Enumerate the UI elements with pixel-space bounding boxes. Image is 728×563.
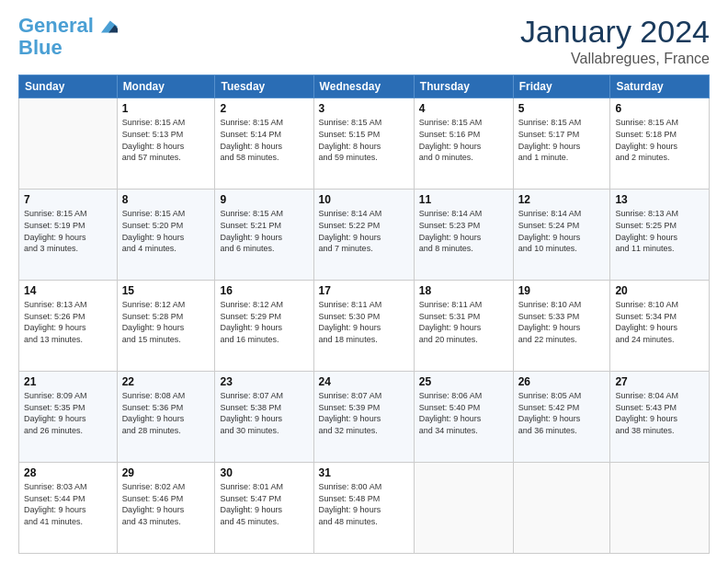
calendar-cell: 28Sunrise: 8:03 AM Sunset: 5:44 PM Dayli… [19, 463, 118, 554]
calendar-week-2: 7Sunrise: 8:15 AM Sunset: 5:19 PM Daylig… [19, 190, 710, 281]
day-info: Sunrise: 8:06 AM Sunset: 5:40 PM Dayligh… [419, 390, 508, 436]
day-info: Sunrise: 8:13 AM Sunset: 5:25 PM Dayligh… [615, 208, 704, 254]
calendar-cell: 15Sunrise: 8:12 AM Sunset: 5:28 PM Dayli… [117, 281, 215, 372]
day-info: Sunrise: 8:15 AM Sunset: 5:14 PM Dayligh… [220, 117, 308, 163]
day-number: 4 [419, 102, 508, 115]
logo: General Blue [18, 15, 118, 59]
calendar-cell [19, 98, 118, 190]
calendar-cell: 24Sunrise: 8:07 AM Sunset: 5:39 PM Dayli… [313, 372, 414, 463]
calendar-cell: 2Sunrise: 8:15 AM Sunset: 5:14 PM Daylig… [215, 98, 313, 190]
day-number: 23 [220, 375, 308, 388]
day-number: 10 [319, 193, 409, 206]
day-number: 22 [122, 375, 210, 388]
day-info: Sunrise: 8:11 AM Sunset: 5:31 PM Dayligh… [419, 299, 508, 345]
calendar-cell: 21Sunrise: 8:09 AM Sunset: 5:35 PM Dayli… [19, 372, 118, 463]
day-info: Sunrise: 8:01 AM Sunset: 5:47 PM Dayligh… [220, 481, 308, 527]
day-number: 2 [220, 102, 308, 115]
calendar-cell: 29Sunrise: 8:02 AM Sunset: 5:46 PM Dayli… [117, 463, 215, 554]
calendar-cell [513, 463, 610, 554]
day-info: Sunrise: 8:03 AM Sunset: 5:44 PM Dayligh… [24, 481, 112, 527]
day-number: 28 [24, 466, 112, 479]
calendar-cell: 27Sunrise: 8:04 AM Sunset: 5:43 PM Dayli… [610, 372, 710, 463]
day-info: Sunrise: 8:10 AM Sunset: 5:33 PM Dayligh… [518, 299, 606, 345]
day-info: Sunrise: 8:14 AM Sunset: 5:24 PM Dayligh… [518, 208, 606, 254]
calendar-subtitle: Vallabregues, France [520, 51, 710, 67]
page: General Blue January 2024 Vallabregues, … [0, 0, 728, 563]
calendar-cell: 30Sunrise: 8:01 AM Sunset: 5:47 PM Dayli… [215, 463, 313, 554]
calendar-cell: 5Sunrise: 8:15 AM Sunset: 5:17 PM Daylig… [513, 98, 610, 190]
col-tuesday: Tuesday [215, 75, 313, 98]
day-info: Sunrise: 8:14 AM Sunset: 5:23 PM Dayligh… [419, 208, 508, 254]
day-info: Sunrise: 8:12 AM Sunset: 5:29 PM Dayligh… [220, 299, 308, 345]
header: General Blue January 2024 Vallabregues, … [18, 15, 710, 67]
calendar-cell: 31Sunrise: 8:00 AM Sunset: 5:48 PM Dayli… [313, 463, 414, 554]
calendar-cell: 20Sunrise: 8:10 AM Sunset: 5:34 PM Dayli… [610, 281, 710, 372]
day-info: Sunrise: 8:13 AM Sunset: 5:26 PM Dayligh… [24, 299, 112, 345]
day-number: 9 [220, 193, 308, 206]
day-number: 1 [122, 102, 210, 115]
calendar-cell: 11Sunrise: 8:14 AM Sunset: 5:23 PM Dayli… [414, 190, 513, 281]
calendar-cell: 13Sunrise: 8:13 AM Sunset: 5:25 PM Dayli… [610, 190, 710, 281]
day-info: Sunrise: 8:00 AM Sunset: 5:48 PM Dayligh… [319, 481, 409, 527]
day-number: 15 [122, 284, 210, 297]
day-info: Sunrise: 8:15 AM Sunset: 5:15 PM Dayligh… [319, 117, 409, 163]
col-saturday: Saturday [610, 75, 710, 98]
calendar-cell: 1Sunrise: 8:15 AM Sunset: 5:13 PM Daylig… [117, 98, 215, 190]
calendar-cell [610, 463, 710, 554]
day-info: Sunrise: 8:12 AM Sunset: 5:28 PM Dayligh… [122, 299, 210, 345]
day-number: 27 [615, 375, 704, 388]
day-info: Sunrise: 8:08 AM Sunset: 5:36 PM Dayligh… [122, 390, 210, 436]
calendar-cell: 6Sunrise: 8:15 AM Sunset: 5:18 PM Daylig… [610, 98, 710, 190]
day-info: Sunrise: 8:15 AM Sunset: 5:16 PM Dayligh… [419, 117, 508, 163]
calendar-week-5: 28Sunrise: 8:03 AM Sunset: 5:44 PM Dayli… [19, 463, 710, 554]
day-number: 8 [122, 193, 210, 206]
day-number: 24 [319, 375, 409, 388]
calendar-table: Sunday Monday Tuesday Wednesday Thursday… [18, 75, 710, 554]
calendar-cell: 22Sunrise: 8:08 AM Sunset: 5:36 PM Dayli… [117, 372, 215, 463]
day-number: 30 [220, 466, 308, 479]
calendar-week-3: 14Sunrise: 8:13 AM Sunset: 5:26 PM Dayli… [19, 281, 710, 372]
col-friday: Friday [513, 75, 610, 98]
calendar-week-1: 1Sunrise: 8:15 AM Sunset: 5:13 PM Daylig… [19, 98, 710, 190]
day-number: 29 [122, 466, 210, 479]
col-monday: Monday [117, 75, 215, 98]
calendar-cell: 3Sunrise: 8:15 AM Sunset: 5:15 PM Daylig… [313, 98, 414, 190]
day-info: Sunrise: 8:10 AM Sunset: 5:34 PM Dayligh… [615, 299, 704, 345]
header-row: Sunday Monday Tuesday Wednesday Thursday… [19, 75, 710, 98]
day-number: 31 [319, 466, 409, 479]
calendar-cell: 12Sunrise: 8:14 AM Sunset: 5:24 PM Dayli… [513, 190, 610, 281]
day-number: 17 [319, 284, 409, 297]
day-info: Sunrise: 8:15 AM Sunset: 5:20 PM Dayligh… [122, 208, 210, 254]
day-info: Sunrise: 8:15 AM Sunset: 5:17 PM Dayligh… [518, 117, 606, 163]
day-number: 6 [615, 102, 704, 115]
logo-blue: Blue [18, 37, 63, 59]
day-number: 20 [615, 284, 704, 297]
col-thursday: Thursday [414, 75, 513, 98]
logo-text: General [18, 15, 118, 37]
day-info: Sunrise: 8:15 AM Sunset: 5:19 PM Dayligh… [24, 208, 112, 254]
day-number: 3 [319, 102, 409, 115]
calendar-cell: 19Sunrise: 8:10 AM Sunset: 5:33 PM Dayli… [513, 281, 610, 372]
day-info: Sunrise: 8:15 AM Sunset: 5:21 PM Dayligh… [220, 208, 308, 254]
day-info: Sunrise: 8:11 AM Sunset: 5:30 PM Dayligh… [319, 299, 409, 345]
day-info: Sunrise: 8:05 AM Sunset: 5:42 PM Dayligh… [518, 390, 606, 436]
col-wednesday: Wednesday [313, 75, 414, 98]
day-info: Sunrise: 8:15 AM Sunset: 5:13 PM Dayligh… [122, 117, 210, 163]
day-number: 12 [518, 193, 606, 206]
day-info: Sunrise: 8:09 AM Sunset: 5:35 PM Dayligh… [24, 390, 112, 436]
day-number: 26 [518, 375, 606, 388]
day-number: 18 [419, 284, 508, 297]
day-info: Sunrise: 8:15 AM Sunset: 5:18 PM Dayligh… [615, 117, 704, 163]
calendar-week-4: 21Sunrise: 8:09 AM Sunset: 5:35 PM Dayli… [19, 372, 710, 463]
calendar-cell: 25Sunrise: 8:06 AM Sunset: 5:40 PM Dayli… [414, 372, 513, 463]
calendar-cell: 8Sunrise: 8:15 AM Sunset: 5:20 PM Daylig… [117, 190, 215, 281]
day-number: 7 [24, 193, 112, 206]
day-number: 21 [24, 375, 112, 388]
calendar-cell: 18Sunrise: 8:11 AM Sunset: 5:31 PM Dayli… [414, 281, 513, 372]
calendar-cell: 26Sunrise: 8:05 AM Sunset: 5:42 PM Dayli… [513, 372, 610, 463]
calendar-title: January 2024 [520, 15, 710, 49]
day-info: Sunrise: 8:04 AM Sunset: 5:43 PM Dayligh… [615, 390, 704, 436]
day-number: 25 [419, 375, 508, 388]
title-block: January 2024 Vallabregues, France [520, 15, 710, 67]
day-number: 13 [615, 193, 704, 206]
